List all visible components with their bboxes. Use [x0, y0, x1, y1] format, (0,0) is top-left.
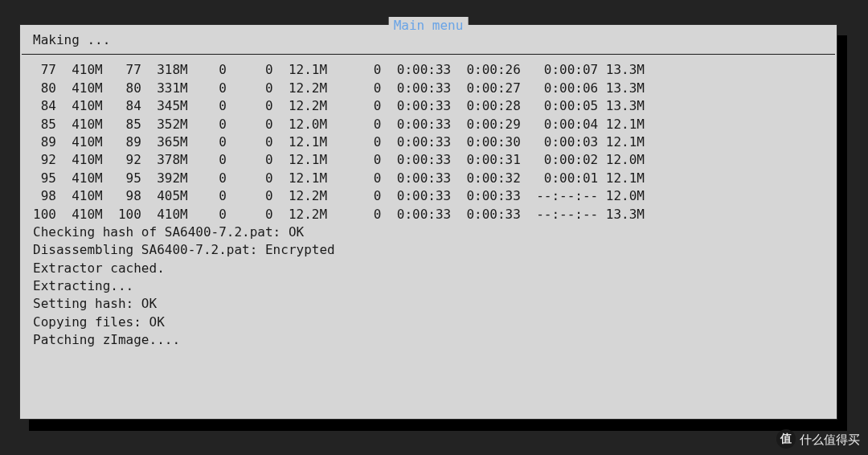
- status-line: Extractor cached.: [33, 260, 824, 277]
- status-messages: Checking hash of SA6400-7.2.pat: OKDisas…: [33, 223, 824, 350]
- status-line: Setting hash: OK: [33, 295, 824, 313]
- progress-row: 77 410M 77 318M 0 0 12.1M 0 0:00:33 0:00…: [33, 61, 824, 79]
- status-line: Patching zImage....: [33, 331, 824, 349]
- watermark: 值 什么值得买: [776, 429, 860, 449]
- progress-row: 100 410M 100 410M 0 0 12.2M 0 0:00:33 0:…: [33, 206, 824, 223]
- status-line: Extracting...: [33, 277, 824, 295]
- progress-row: 84 410M 84 345M 0 0 12.2M 0 0:00:33 0:00…: [33, 97, 824, 115]
- dialog-title: Main menu: [389, 17, 469, 35]
- download-progress-rows: 77 410M 77 318M 0 0 12.1M 0 0:00:33 0:00…: [33, 61, 824, 223]
- progress-row: 92 410M 92 378M 0 0 12.1M 0 0:00:33 0:00…: [33, 151, 824, 169]
- watermark-text: 什么值得买: [800, 431, 860, 448]
- progress-row: 95 410M 95 392M 0 0 12.1M 0 0:00:33 0:00…: [33, 170, 824, 187]
- progress-row: 80 410M 80 331M 0 0 12.2M 0 0:00:33 0:00…: [33, 80, 824, 97]
- progress-row: 98 410M 98 405M 0 0 12.2M 0 0:00:33 0:00…: [33, 187, 824, 205]
- progress-row: 89 410M 89 365M 0 0 12.1M 0 0:00:33 0:00…: [33, 133, 824, 151]
- watermark-badge-icon: 值: [776, 429, 796, 449]
- terminal-dialog: Main menu Making ... 77 410M 77 318M 0 0…: [19, 24, 837, 420]
- status-line: Checking hash of SA6400-7.2.pat: OK: [33, 223, 824, 241]
- progress-row: 85 410M 85 352M 0 0 12.0M 0 0:00:33 0:00…: [33, 116, 824, 133]
- divider: [22, 54, 835, 55]
- status-line: Disassembling SA6400-7.2.pat: Encrypted: [33, 241, 824, 259]
- status-line: Copying files: OK: [33, 314, 824, 331]
